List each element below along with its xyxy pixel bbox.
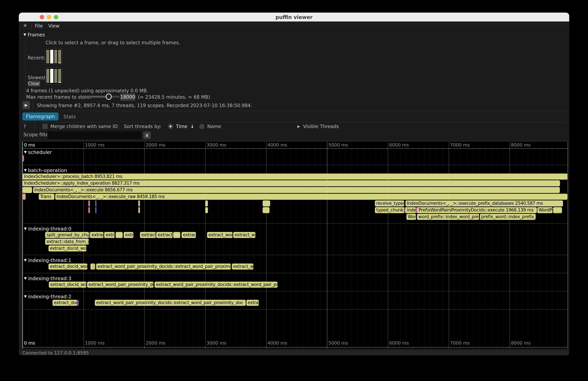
theme-toggle-sun-icon[interactable]: ✳	[23, 23, 27, 28]
thread-header[interactable]: ▼indexing-thread:3	[24, 275, 71, 281]
scope-bar[interactable]: extract_doc	[53, 300, 77, 306]
recent-frames-thumbnail[interactable]	[45, 48, 63, 65]
thread-header[interactable]: ▼scheduler	[24, 149, 52, 155]
time-tick-label: 2000 ms	[146, 142, 166, 148]
scope-bar[interactable]: IndexDocuments<_, _>::execute_prefix_dat…	[405, 200, 563, 207]
thread-header[interactable]: ▼indexing-thread:1	[24, 257, 71, 263]
time-tick-label: 4000 ms	[268, 340, 287, 346]
frame-thumbnail-bar[interactable]	[58, 69, 61, 83]
scope-bar[interactable]	[77, 300, 79, 306]
tab-flamegraph[interactable]: Flamegraph	[22, 112, 59, 121]
scope-bar[interactable]: receive_typed_	[375, 200, 404, 207]
scope-bar[interactable]	[553, 207, 562, 213]
visible-threads-header[interactable]: ▶ Visible Threads	[297, 124, 339, 129]
help-button[interactable]: ?	[23, 124, 26, 129]
scope-bar[interactable]	[263, 207, 270, 213]
slider-knob[interactable]	[106, 93, 112, 100]
frame-thumbnail-bar[interactable]	[46, 50, 49, 64]
scope-bar[interactable]	[95, 200, 97, 207]
scope-bar[interactable]	[23, 194, 26, 200]
frame-thumbnail-bar[interactable]	[46, 69, 49, 83]
scope-bar[interactable]: extract_word_pair_proximity_docids::extr…	[95, 300, 246, 306]
frame-thumbnail-bar[interactable]	[58, 50, 61, 64]
sort-direction-arrow-icon[interactable]: ↓	[190, 124, 194, 129]
separator	[21, 141, 567, 141]
scope-bar[interactable]: extrac	[246, 300, 259, 306]
tab-stats[interactable]: Stats	[63, 114, 76, 120]
scope-bar[interactable]	[205, 207, 208, 213]
scope-bar[interactable]: typed_chunk::w	[375, 207, 404, 213]
frames-section-header[interactable]: ▼ Frames	[23, 32, 45, 38]
scope-bar[interactable]: IndexScheduler>::apply_index_operation 8…	[23, 180, 560, 186]
scope-bar[interactable]	[95, 207, 97, 213]
frame-thumbnail-bar[interactable]	[50, 69, 53, 83]
scope-bar[interactable]: extract_word_pair_proximity_docids	[87, 282, 153, 288]
scope-bar[interactable]: extrac	[124, 232, 133, 238]
scope-bar[interactable]: extract_	[156, 232, 173, 238]
frame-thumbnail-bar[interactable]	[54, 50, 57, 64]
scope-bar[interactable]: extract_word	[207, 232, 232, 238]
scope-bar[interactable]	[88, 200, 90, 207]
scope-bar[interactable]: extract_docid_wor	[48, 245, 86, 252]
scope-bar[interactable]: extract_	[140, 232, 156, 238]
scope-bar[interactable]: Word	[406, 214, 416, 220]
sort-name-label[interactable]: Name	[207, 124, 221, 129]
scope-bar[interactable]: extract_word_pair_proximity_docids::extr…	[96, 263, 231, 270]
scope-bar[interactable]	[23, 155, 24, 161]
time-tick-label: 0 ms	[24, 340, 35, 346]
scope-bar[interactable]: word_prefix::index_word_prefix_	[417, 214, 479, 220]
scope-bar[interactable]	[138, 200, 140, 207]
time-tick-label: 7000 ms	[450, 340, 470, 346]
scope-bar[interactable]: extract	[90, 232, 104, 238]
scope-bar[interactable]: IndexScheduler>::process_batch 8953.821 …	[23, 173, 568, 180]
scope-bar[interactable]: Trans	[39, 194, 54, 200]
frame-thumbnail-bar[interactable]	[50, 50, 53, 64]
scope-bar[interactable]: extract_wo	[233, 232, 255, 238]
scope-bar[interactable]	[173, 232, 180, 238]
scope-bar[interactable]: extract::data_from_ob	[45, 239, 89, 245]
scope-bar[interactable]	[23, 187, 32, 193]
sort-name-radio[interactable]	[199, 124, 205, 129]
play-button[interactable]: ▶	[22, 101, 30, 109]
scope-filter-input[interactable]	[47, 131, 141, 139]
scope-bar[interactable]: extract_word_pair_proximity_docids::extr…	[155, 282, 277, 288]
time-tick-label: 5000 ms	[328, 340, 348, 346]
scope-bar[interactable]: PrefixWordPairsProximityDocids::execute …	[417, 207, 537, 213]
scope-bar[interactable]: split_grenad_by_chun	[45, 232, 89, 238]
scope-bar[interactable]	[93, 263, 94, 270]
time-tick-label: 8000 ms	[511, 142, 531, 148]
scope-bar[interactable]: IndexDocuments<_, _>::execute_raw 8459.1…	[55, 194, 567, 200]
scope-bar[interactable]: extra	[104, 232, 115, 238]
scope-bar[interactable]: index	[406, 207, 416, 213]
scope-bar[interactable]: extract_docid_wor	[48, 263, 87, 270]
flamegraph-canvas[interactable]: 0 ms0 ms1000 ms1000 ms2000 ms2000 ms3000…	[22, 142, 568, 348]
scope-bar[interactable]	[116, 232, 123, 238]
merge-children-label[interactable]: Merge children with same ID	[50, 124, 118, 129]
thread-header[interactable]: ▼indexing-thread:0	[24, 226, 71, 232]
scope-bar[interactable]: extract_wo	[232, 263, 253, 270]
menu-view[interactable]: View	[48, 23, 59, 29]
scope-bar[interactable]	[89, 232, 90, 238]
scope-bar[interactable]: prefix_word::index_prefix_wo	[480, 214, 536, 220]
scope-bar[interactable]	[138, 207, 140, 213]
scope-bar[interactable]: IndexDocuments<_, _>::execute 8656.677 m…	[33, 187, 560, 193]
scope-bar[interactable]: WordPr	[537, 207, 553, 213]
sort-time-label[interactable]: Time	[176, 124, 188, 129]
merge-children-checkbox[interactable]	[42, 124, 48, 129]
sort-time-radio[interactable]	[168, 124, 173, 129]
scope-bar[interactable]: extract_docid_word	[49, 282, 86, 288]
scope-bar[interactable]	[263, 200, 270, 207]
thread-header[interactable]: ▼indexing-thread:2	[24, 294, 71, 299]
time-tick-label: 6000 ms	[389, 142, 409, 148]
scope-bar[interactable]	[88, 207, 90, 213]
menu-file[interactable]: File	[35, 23, 43, 29]
frame-thumbnail-bar[interactable]	[54, 69, 57, 83]
max-frames-slider[interactable]	[82, 96, 120, 98]
scope-bar[interactable]	[205, 200, 208, 207]
scope-bar[interactable]: extract	[182, 232, 196, 238]
scope-filter-clear-button[interactable]: x	[143, 132, 151, 139]
clear-button[interactable]: Clear	[28, 81, 40, 87]
thread-header[interactable]: ▼batch-operation	[24, 168, 67, 173]
slowest-frames-thumbnail[interactable]	[45, 67, 63, 84]
max-frames-value[interactable]: 18000	[120, 93, 135, 101]
